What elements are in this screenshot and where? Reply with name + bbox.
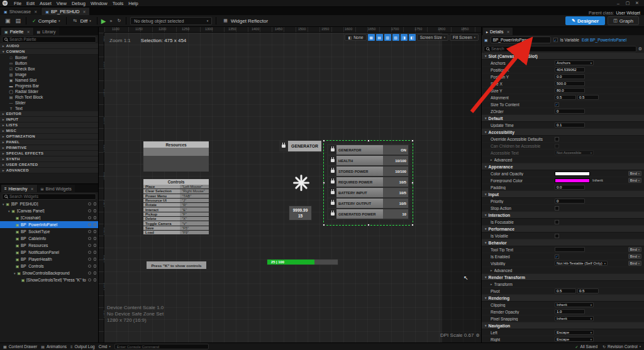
selection-handle[interactable] [367, 224, 370, 226]
bind-button[interactable]: Bind▾ [628, 261, 641, 266]
content-drawer-button[interactable]: ▦ Content Drawer [3, 344, 37, 349]
refresh-icon[interactable]: ↻ [116, 18, 122, 23]
details-search-input[interactable]: Search [484, 46, 636, 52]
lock-icon[interactable] [94, 244, 96, 247]
visibility-icon[interactable] [88, 251, 91, 254]
color-swatch[interactable] [555, 178, 590, 183]
lock-icon[interactable] [94, 230, 96, 233]
screen-size-dropdown[interactable]: Screen Size ▾ [417, 34, 448, 41]
close-icon[interactable]: ✕ [26, 30, 30, 34]
section-accessibility[interactable]: ▾Accessibility [482, 129, 644, 136]
preview-none-button[interactable]: ◧ None [345, 34, 366, 41]
power-info-panel-widget[interactable]: GENERATORONHEALTH10/100STORED POWER10/10… [327, 144, 409, 220]
minimize-icon[interactable]: – [614, 0, 623, 6]
property-input[interactable]: 0.5 [577, 288, 599, 293]
canvas-surface[interactable]: Zoom 1:1 Selection: 475 x 454 ◧ None ▦ ▤… [104, 33, 481, 342]
toggle-grid-button[interactable]: ▤ [376, 34, 383, 41]
close-icon[interactable]: ✕ [82, 9, 86, 14]
palette-group-audio[interactable]: ▸AUDIO [0, 43, 98, 49]
hierarchy-row[interactable]: ▣[Crosshair] [0, 214, 98, 221]
selection-handle[interactable] [367, 139, 370, 142]
palette-group-optimization[interactable]: ▸OPTIMIZATION [0, 134, 98, 139]
palette-item-border[interactable]: □Border [0, 55, 98, 60]
toggle-dpi-button[interactable]: ◧ [409, 34, 416, 41]
palette-item-rich-text-block[interactable]: ▤Rich Text Block [0, 94, 98, 100]
bind-button[interactable]: Bind▾ [628, 247, 641, 252]
property-input[interactable]: 0.1 [555, 123, 585, 128]
property-dropdown[interactable]: Anchors▾ [555, 60, 594, 65]
visibility-icon[interactable] [88, 271, 91, 275]
visibility-icon[interactable] [88, 258, 91, 261]
section-appearance[interactable]: ▾Appearance [482, 163, 644, 170]
section-render-transform[interactable]: ▾Render Transform [482, 274, 644, 281]
hierarchy-row[interactable]: ▣BP_PowerInfoPanel [0, 221, 98, 228]
palette-item-image[interactable]: ▨Image [0, 72, 98, 77]
expander-caret-icon[interactable]: ▸ [491, 158, 492, 161]
parent-class-value[interactable]: User Widget [616, 11, 640, 15]
lock-icon[interactable] [94, 278, 96, 282]
property-checkbox[interactable]: ✓ [555, 102, 559, 107]
bind-widgets-button[interactable]: ⊞ Bind Widgets [38, 185, 75, 192]
press-k-widget[interactable]: Press "K" to show controls [147, 261, 206, 269]
all-saved-indicator[interactable]: ✓ All Saved [575, 344, 598, 349]
menu-item-asset[interactable]: Asset [37, 0, 54, 7]
palette-search-input[interactable]: Search Palette [2, 36, 96, 43]
palette-item-check-box[interactable]: ☑Check Box [0, 66, 98, 72]
lock-icon[interactable] [94, 237, 96, 240]
property-input[interactable]: 0.0 [555, 185, 585, 190]
section-rendering[interactable]: ▾Rendering [482, 295, 644, 302]
browse-icon[interactable]: ▤ [14, 18, 23, 24]
palette-item-text[interactable]: TText [0, 106, 98, 111]
lock-icon[interactable] [94, 209, 96, 212]
selection-handle[interactable] [323, 139, 325, 142]
section-interaction[interactable]: ▾Interaction [482, 212, 644, 219]
palette-item-slider[interactable]: —Slider [0, 100, 98, 106]
visibility-icon[interactable] [88, 223, 91, 226]
palette-group-primitive[interactable]: ▸PRIMITIVE [0, 145, 98, 151]
designer-tab-button[interactable]: ✎ Designer [565, 16, 605, 25]
section-behavior[interactable]: ▾Behavior [482, 239, 644, 246]
hierarchy-row[interactable]: ▣BP_NotificationPanel [0, 249, 98, 256]
close-icon[interactable]: ✕ [633, 0, 641, 6]
lock-icon[interactable] [94, 258, 96, 261]
widget-reflector-button[interactable]: ▦ Widget Reflector [220, 18, 270, 24]
property-dropdown[interactable]: Escape▾ [555, 330, 594, 335]
property-input[interactable]: 80.0 [555, 88, 585, 93]
menu-item-help[interactable]: Help [126, 0, 140, 7]
palette-item-named-slot[interactable]: ▣Named Slot [0, 77, 98, 83]
property-input[interactable]: 1.0 [555, 309, 585, 314]
property-input[interactable]: 0 [555, 109, 585, 114]
palette-group-lists[interactable]: ▸LISTS [0, 123, 98, 128]
property-dropdown[interactable]: Inherit▾ [555, 302, 594, 307]
visibility-icon[interactable] [88, 230, 91, 233]
visibility-icon[interactable] [88, 244, 91, 247]
expander-caret-icon[interactable]: ▸ [491, 282, 492, 286]
palette-group-user-created[interactable]: ▸USER CREATED [0, 162, 98, 168]
tab-library[interactable]: ▤ Library [34, 28, 59, 35]
expander-caret-icon[interactable]: ▸ [491, 268, 492, 272]
property-dropdown[interactable]: Not Accessible▾ [555, 150, 594, 155]
bind-button[interactable]: Bind▾ [628, 171, 641, 176]
section-slot-canvas-panel-slot-[interactable]: ▾Slot (Canvas Panel Slot) [482, 53, 644, 60]
menu-item-window[interactable]: Window [88, 0, 110, 7]
maximize-icon[interactable]: ▢ [623, 0, 632, 6]
palette-group-advanced[interactable]: ▸ADVANCED [0, 168, 98, 173]
tab-showcase[interactable]: ▣Showcase✕ [0, 8, 41, 15]
hierarchy-row[interactable]: ▣[ShowControlsText] "Press "K" to ..." [0, 276, 98, 283]
controls-widget[interactable]: Controls Place"Left Mouse"Clear Selectio… [143, 179, 209, 235]
tab-palette[interactable]: ▣ Palette ✕ [1, 28, 33, 35]
property-input[interactable]: 0.5 [577, 95, 599, 100]
selection-handle[interactable] [323, 224, 325, 226]
property-checkbox[interactable]: ✓ [555, 254, 559, 259]
visibility-icon[interactable] [88, 237, 91, 240]
property-dropdown[interactable]: Escape▾ [555, 337, 594, 342]
palette-group-panel[interactable]: ▸PANEL [0, 139, 98, 145]
menu-item-file[interactable]: File [11, 0, 24, 7]
generator-button-widget[interactable]: GENERATOR [279, 141, 321, 151]
visibility-icon[interactable] [88, 265, 91, 268]
output-log-button[interactable]: ≡ Output Log [70, 344, 95, 349]
debug-object-dropdown[interactable]: No debug object selected ▾ [130, 17, 212, 25]
property-input[interactable]: 0 [555, 199, 585, 204]
close-icon[interactable]: ✕ [30, 187, 33, 191]
palette-item-progress-bar[interactable]: ▬Progress Bar [0, 83, 98, 89]
